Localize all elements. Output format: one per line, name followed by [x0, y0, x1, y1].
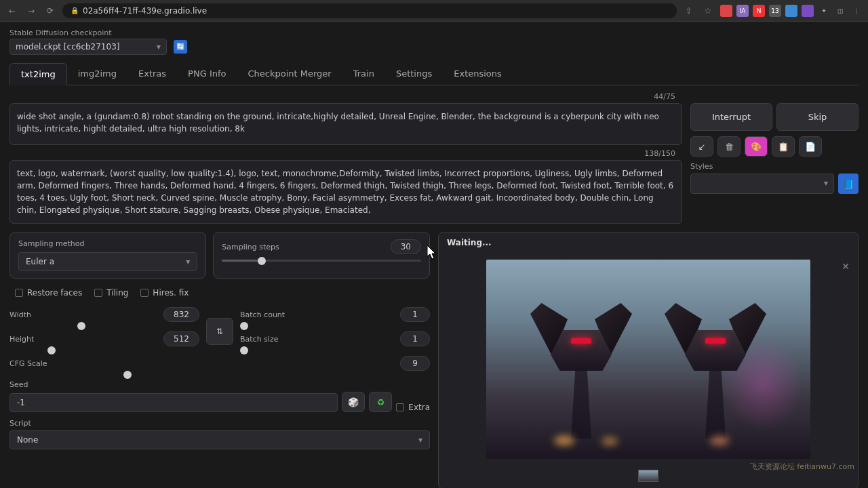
height-label: Height	[9, 335, 34, 344]
sampling-method-label: Sampling method	[18, 239, 197, 248]
reuse-seed-button[interactable]: ♻	[369, 392, 392, 412]
width-value[interactable]: 832	[163, 307, 199, 322]
menu-icon[interactable]: ⋮	[850, 5, 863, 17]
ext-icon-5[interactable]	[785, 5, 797, 17]
trash-icon[interactable]: 🗑	[717, 136, 741, 157]
tab-extras[interactable]: Extras	[127, 63, 177, 85]
prompt-token-count: 44/75	[654, 92, 675, 101]
preview-image[interactable]	[486, 260, 810, 459]
styles-select[interactable]	[690, 174, 834, 194]
seed-label: Seed	[9, 380, 430, 389]
extension-icons: IA N 13 ✦ ◫ ⋮	[720, 5, 863, 17]
tab-txt2img[interactable]: txt2img	[9, 63, 67, 85]
restore-faces-checkbox[interactable]: Restore faces	[15, 288, 82, 298]
tab-img2img[interactable]: img2img	[67, 63, 127, 85]
forward-icon[interactable]: →	[24, 4, 38, 18]
swap-dimensions-button[interactable]: ⇅	[206, 318, 233, 345]
tiling-checkbox[interactable]: Tiling	[94, 288, 128, 298]
skip-button[interactable]: Skip	[776, 103, 859, 131]
tab-train[interactable]: Train	[342, 63, 385, 85]
cfg-value[interactable]: 9	[400, 356, 430, 371]
script-label: Script	[9, 419, 430, 428]
batch-size-label: Batch size	[240, 335, 278, 344]
main-tabs: txt2img img2img Extras PNG Info Checkpoi…	[9, 63, 859, 85]
share-icon[interactable]: ⇪	[682, 4, 696, 18]
interrupt-button[interactable]: Interrupt	[690, 103, 772, 131]
negative-prompt-input[interactable]: text, logo, watermark, (worst quality, l…	[9, 160, 682, 224]
file-icon[interactable]: 📄	[799, 136, 822, 157]
url-text: 02a56ff4-71ff-439e.gradio.live	[83, 6, 207, 16]
checkpoint-label: Stable Diffusion checkpoint	[9, 28, 167, 37]
thumbnail[interactable]	[638, 470, 658, 482]
sampling-steps-value[interactable]: 30	[391, 239, 421, 254]
arrow-icon[interactable]: ↙	[690, 136, 713, 157]
tab-extensions[interactable]: Extensions	[443, 63, 513, 85]
back-icon[interactable]: ←	[5, 4, 19, 18]
styles-label: Styles	[690, 162, 834, 171]
sampling-steps-slider[interactable]	[222, 260, 421, 262]
star-icon[interactable]: ☆	[701, 4, 715, 18]
width-label: Width	[9, 310, 31, 319]
preview-panel: Waiting... ✕	[438, 232, 859, 488]
seed-input[interactable]: -1	[9, 393, 338, 412]
hires-fix-checkbox[interactable]: Hires. fix	[140, 288, 189, 298]
watermark: 飞天资源论坛 feitianwu7.com	[750, 462, 854, 472]
height-value[interactable]: 512	[163, 331, 199, 346]
ext-icon-1[interactable]	[720, 5, 732, 17]
tab-checkpoint-merger[interactable]: Checkpoint Merger	[237, 63, 342, 85]
url-bar[interactable]: 🔒 02a56ff4-71ff-439e.gradio.live	[62, 3, 677, 18]
ext-icon-6[interactable]	[802, 5, 814, 17]
batch-size-value[interactable]: 1	[400, 331, 430, 346]
clipboard-icon[interactable]: 📋	[772, 136, 795, 157]
ext-icon-4[interactable]: 13	[769, 5, 781, 17]
tab-settings[interactable]: Settings	[385, 63, 443, 85]
sampling-method-select[interactable]: Euler a	[18, 252, 197, 271]
checkpoint-select[interactable]: model.ckpt [cc6cb27103]	[9, 39, 167, 55]
preview-status: Waiting...	[439, 232, 858, 253]
sampling-steps-label: Sampling steps	[222, 243, 279, 251]
random-seed-button[interactable]: 🎲	[342, 392, 365, 412]
ext-icon-2[interactable]: IA	[736, 5, 749, 17]
reload-icon[interactable]: ⟳	[43, 4, 57, 18]
lock-icon: 🔒	[71, 7, 79, 14]
refresh-checkpoint-button[interactable]: 🔄	[174, 40, 187, 54]
panel-icon[interactable]: ◫	[834, 5, 846, 17]
browser-bar: ← → ⟳ 🔒 02a56ff4-71ff-439e.gradio.live ⇪…	[0, 0, 868, 22]
neg-prompt-token-count: 138/150	[644, 149, 675, 158]
art-icon[interactable]: 🎨	[745, 136, 768, 157]
script-select[interactable]: None	[9, 430, 430, 449]
puzzle-icon[interactable]: ✦	[818, 5, 830, 17]
ext-icon-3[interactable]: N	[753, 5, 765, 17]
apply-styles-button[interactable]: 📘	[838, 174, 859, 194]
batch-count-value[interactable]: 1	[400, 307, 430, 322]
prompt-input[interactable]: wide shot angle, a (gundam:0.8) robot st…	[9, 103, 682, 145]
tab-pnginfo[interactable]: PNG Info	[177, 63, 237, 85]
cfg-label: CFG Scale	[9, 359, 47, 368]
close-preview-icon[interactable]: ✕	[842, 261, 850, 272]
seed-extra-checkbox[interactable]: Extra	[396, 403, 430, 412]
batch-count-label: Batch count	[240, 310, 285, 319]
